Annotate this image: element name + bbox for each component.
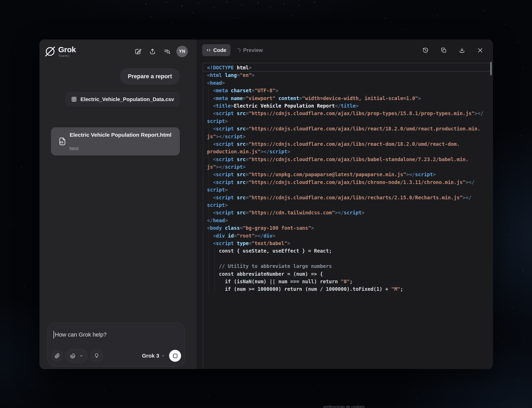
download-icon <box>459 47 465 54</box>
code-brackets-icon <box>206 48 211 52</box>
code-line: script> <box>207 186 483 194</box>
search-chats-icon <box>163 48 171 55</box>
composer-controls: Grok 3 <box>51 348 181 363</box>
chevron-down-icon <box>161 354 165 358</box>
tab-preview[interactable]: Preview <box>234 44 265 56</box>
code-line: <head> <box>207 79 483 87</box>
search-chats-button[interactable] <box>162 46 172 57</box>
code-line: <div id="root"></div> <box>207 232 483 240</box>
stop-generating-button[interactable] <box>169 350 181 362</box>
tab-code-label: Code <box>213 47 226 53</box>
code-line: if (isNaN(num) || num === null) return "… <box>207 278 483 285</box>
code-line: const { useState, useEffect } = React; <box>207 247 483 255</box>
tab-code[interactable]: Code <box>202 44 230 56</box>
code-line: <script src="https://unpkg.com/papaparse… <box>207 171 483 178</box>
grok-logo: Grok Teams <box>44 46 76 57</box>
sidebar-header-actions: YN <box>133 46 188 57</box>
text-cursor <box>54 331 54 339</box>
report-file-card[interactable]: Electric Vehicle Population Report.html … <box>51 127 180 155</box>
close-icon <box>477 47 483 54</box>
loading-spinner-icon <box>236 47 242 53</box>
code-line: <meta name="viewport" content="width=dev… <box>207 95 483 102</box>
grok-app-window: Grok Teams <box>39 40 493 369</box>
grok-logo-icon <box>44 46 56 57</box>
code-file-icon <box>57 136 68 147</box>
model-selector[interactable]: Grok 3 <box>142 353 165 359</box>
code-line: const abbreviateNumber = (num) => { <box>207 270 483 278</box>
starfield-background <box>0 0 1 1</box>
attach-file-button[interactable] <box>51 350 63 361</box>
code-line: js"></script> <box>207 133 483 140</box>
new-chat-icon <box>134 48 142 55</box>
code-line: <script src="https://cdnjs.cloudflare.co… <box>207 179 483 186</box>
code-line: <script src="https://cdnjs.cloudflare.co… <box>207 125 483 133</box>
tab-preview-label: Preview <box>243 47 263 53</box>
file-card-type: html <box>70 146 78 152</box>
user-avatar[interactable]: YN <box>176 46 188 57</box>
copy-icon <box>441 47 447 54</box>
user-message-bubble: Prepare a report <box>120 68 180 85</box>
model-name: Grok 3 <box>142 353 159 359</box>
brand-name: Grok <box>58 46 76 54</box>
code-line: production.min.js"></script> <box>207 148 483 155</box>
composer-placeholder: How can Grok help? <box>55 331 107 338</box>
panel-actions <box>420 45 485 55</box>
code-line: <title>Electric Vehicle Population Repor… <box>207 102 483 110</box>
chat-sidebar: Grok Teams <box>39 40 197 369</box>
new-chat-button[interactable] <box>133 46 143 57</box>
code-line: <script src="https://cdnjs.cloudflare.co… <box>207 140 483 148</box>
deepsearch-button[interactable] <box>65 349 87 363</box>
message-composer[interactable]: How can Grok help? <box>48 323 185 366</box>
lightbulb-icon <box>94 353 99 359</box>
history-button[interactable] <box>420 45 431 55</box>
composer-input[interactable]: How can Grok help? <box>54 331 107 339</box>
code-line: <meta charset="UTF-8"> <box>207 87 483 94</box>
download-button[interactable] <box>457 45 467 55</box>
history-icon <box>422 47 429 54</box>
attachment-name: Electric_Vehicle_Population_Data.csv <box>81 96 174 102</box>
code-line: script> <box>207 117 483 125</box>
cookie-banner-text: preferencias de cookies <box>323 404 364 408</box>
stop-icon <box>173 354 177 358</box>
deepsearch-swirl-icon <box>70 353 76 359</box>
code-panel: Code Preview <box>197 40 493 369</box>
code-line: <!DOCTYPE html> <box>207 64 483 71</box>
close-panel-button[interactable] <box>475 45 485 55</box>
code-line <box>207 255 483 262</box>
file-card-title: Electric Vehicle Population Report.html <box>70 131 174 138</box>
brand-subtitle: Teams <box>58 54 76 57</box>
code-line: <html lang="en"> <box>207 71 483 79</box>
upload-icon <box>149 48 156 55</box>
paperclip-icon <box>55 353 60 359</box>
code-line: <script src="https://cdnjs.cloudflare.co… <box>207 194 483 201</box>
chevron-down-icon <box>79 354 83 358</box>
code-lines[interactable]: <!DOCTYPE html><html lang="en"><head> <m… <box>207 64 483 293</box>
code-line: script> <box>207 201 483 209</box>
attachment-chip[interactable]: Electric_Vehicle_Population_Data.csv <box>65 92 180 107</box>
table-grid-icon <box>71 96 77 102</box>
code-line: <body class="bg-gray-100 font-sans"> <box>207 224 483 232</box>
code-line: <script src="https://cdnjs.cloudflare.co… <box>207 156 483 163</box>
think-button[interactable] <box>90 350 103 362</box>
scrollbar-thumb[interactable] <box>490 62 492 75</box>
code-line: if (num >= 1000000) return (num / 100000… <box>207 285 483 293</box>
upload-button[interactable] <box>147 46 158 57</box>
code-line: <script src="https://cdnjs.cloudflare.co… <box>207 110 483 117</box>
code-line: </head> <box>207 217 483 224</box>
code-line: <script type="text/babel"> <box>207 240 483 247</box>
code-line: // Utility to abbreviate large numbers <box>207 262 483 270</box>
code-line: js"></script> <box>207 163 483 171</box>
copy-button[interactable] <box>438 45 449 55</box>
code-line: <script src="https://cdn.tailwindcss.com… <box>207 209 483 216</box>
